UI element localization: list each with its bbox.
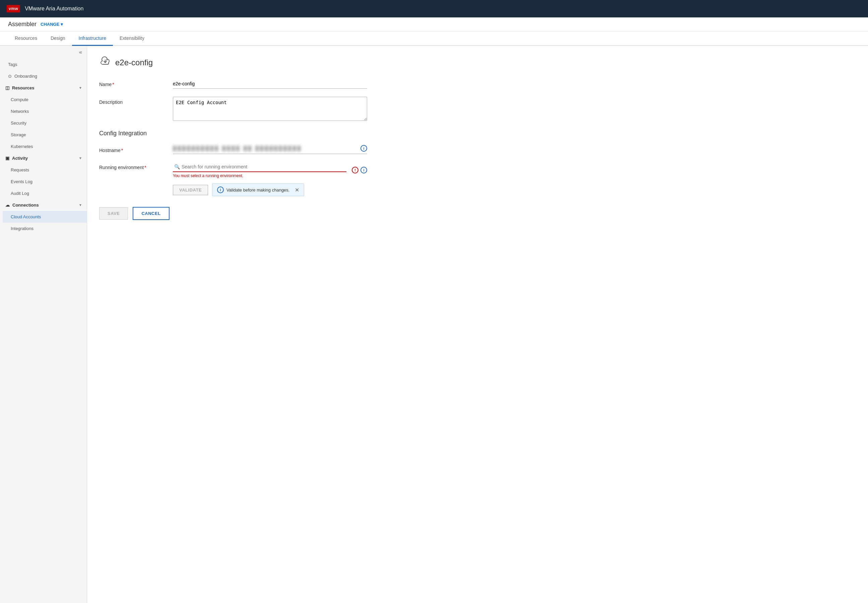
tab-design[interactable]: Design: [44, 31, 72, 46]
description-label: Description: [99, 97, 173, 105]
name-row: Name*: [99, 79, 856, 89]
running-env-control: 🔍 You must select a running environment.…: [173, 162, 367, 196]
sidebar-item-events-log[interactable]: Events Log: [3, 176, 87, 187]
onboarding-label: Onboarding: [14, 74, 37, 79]
content-area: e2e-config Name* Description Config Inte…: [87, 46, 868, 603]
running-env-error: You must select a running environment.: [173, 173, 346, 178]
validate-info-icon: i: [217, 187, 224, 193]
sidebar-item-cloud-accounts[interactable]: Cloud Accounts: [3, 211, 87, 223]
validate-button[interactable]: VALIDATE: [173, 185, 208, 195]
hostname-info-icon[interactable]: i: [360, 145, 367, 152]
connections-section-icon: ☁: [5, 203, 10, 207]
change-button[interactable]: CHANGE ▾: [40, 22, 63, 27]
chevron-down-icon: ▾: [60, 22, 63, 27]
sidebar-collapse-section: «: [0, 46, 87, 59]
sidebar-item-compute[interactable]: Compute: [3, 94, 87, 105]
validate-close-button[interactable]: ✕: [295, 187, 299, 193]
onboarding-icon: ⊙: [8, 74, 12, 79]
running-env-row: Running environment* 🔍 You must select a…: [99, 162, 856, 196]
name-required-star: *: [112, 82, 114, 87]
sidebar-resources-sub: Compute Networks Security Storage Kubern…: [0, 94, 87, 152]
cancel-button[interactable]: CANCEL: [133, 207, 169, 220]
name-input[interactable]: [173, 79, 367, 89]
hostname-value-row: ██████████ ████ ██ ██████████ i: [173, 145, 367, 154]
hostname-value: ██████████ ████ ██ ██████████: [173, 145, 355, 151]
description-textarea[interactable]: [173, 97, 367, 121]
activity-section-icon: ▣: [5, 156, 9, 161]
project-bar: Assembler CHANGE ▾: [0, 17, 868, 31]
tab-resources[interactable]: Resources: [8, 31, 44, 46]
sidebar-item-kubernetes[interactable]: Kubernetes: [3, 141, 87, 152]
sidebar-section-activity[interactable]: ▣ Activity ▾: [0, 152, 87, 164]
description-control: [173, 97, 367, 122]
sidebar-item-tags[interactable]: Tags: [0, 59, 87, 70]
save-button[interactable]: SAVE: [99, 207, 128, 220]
resources-section-label: Resources: [12, 85, 34, 90]
name-label: Name*: [99, 79, 173, 87]
main-layout: « Tags ⊙ Onboarding ◫ Resources ▾ Comput…: [0, 46, 868, 603]
activity-chevron-icon: ▾: [79, 156, 81, 160]
description-row: Description: [99, 97, 856, 122]
tab-extensibility[interactable]: Extensibility: [113, 31, 151, 46]
sidebar-section-resources[interactable]: ◫ Resources ▾: [0, 82, 87, 94]
running-env-search-input[interactable]: [173, 162, 346, 172]
sidebar-item-requests[interactable]: Requests: [3, 164, 87, 176]
connections-section-label: Connections: [12, 203, 39, 207]
validate-message-text: Validate before making changes.: [226, 187, 290, 193]
activity-section-label: Activity: [12, 156, 28, 161]
running-env-search-wrap: 🔍: [173, 162, 346, 172]
vmw-logo: vmw: [7, 5, 20, 12]
sidebar-item-networks[interactable]: Networks: [3, 105, 87, 117]
sidebar-item-security[interactable]: Security: [3, 117, 87, 129]
hostname-icons: i: [360, 145, 367, 152]
hostname-control: ██████████ ████ ██ ██████████ i: [173, 145, 367, 154]
running-env-icons: ! i: [352, 167, 367, 173]
tab-infrastructure[interactable]: Infrastructure: [72, 31, 113, 46]
sidebar-item-audit-log[interactable]: Audit Log: [3, 187, 87, 199]
resources-chevron-icon: ▾: [79, 86, 81, 90]
validate-row: VALIDATE i Validate before making change…: [173, 184, 367, 196]
running-env-warning-icon[interactable]: !: [352, 167, 358, 173]
hostname-row: Hostname* ██████████ ████ ██ ██████████ …: [99, 145, 856, 154]
running-env-info-icon[interactable]: i: [360, 167, 367, 173]
sidebar-section-connections[interactable]: ☁ Connections ▾: [0, 199, 87, 211]
sidebar-item-onboarding[interactable]: ⊙ Onboarding: [0, 70, 87, 82]
sidebar-item-storage[interactable]: Storage: [3, 129, 87, 141]
sidebar-item-integrations[interactable]: Integrations: [3, 223, 87, 234]
page-cloud-sync-icon: [99, 55, 111, 70]
tags-label: Tags: [8, 62, 17, 67]
sidebar-connections-sub: Cloud Accounts Integrations: [0, 211, 87, 234]
app-title: VMware Aria Automation: [25, 6, 84, 12]
sidebar-collapse-button[interactable]: «: [79, 49, 82, 55]
tab-nav: Resources Design Infrastructure Extensib…: [0, 31, 868, 46]
page-title: e2e-config: [115, 58, 153, 67]
project-name: Assembler: [8, 21, 37, 28]
action-buttons: SAVE CANCEL: [99, 207, 856, 220]
running-env-label: Running environment*: [99, 162, 173, 170]
name-control: [173, 79, 367, 89]
page-header: e2e-config: [99, 55, 856, 70]
config-integration-title: Config Integration: [99, 130, 856, 137]
running-env-required-star: *: [144, 165, 146, 170]
search-icon: 🔍: [174, 164, 180, 169]
connections-chevron-icon: ▾: [79, 203, 81, 207]
topbar: vmw VMware Aria Automation: [0, 0, 868, 17]
sidebar: « Tags ⊙ Onboarding ◫ Resources ▾ Comput…: [0, 46, 87, 603]
hostname-label: Hostname*: [99, 145, 173, 153]
hostname-required-star: *: [121, 148, 123, 153]
resources-section-icon: ◫: [5, 85, 9, 90]
validate-message-box: i Validate before making changes. ✕: [212, 184, 304, 196]
sidebar-activity-sub: Requests Events Log Audit Log: [0, 164, 87, 199]
